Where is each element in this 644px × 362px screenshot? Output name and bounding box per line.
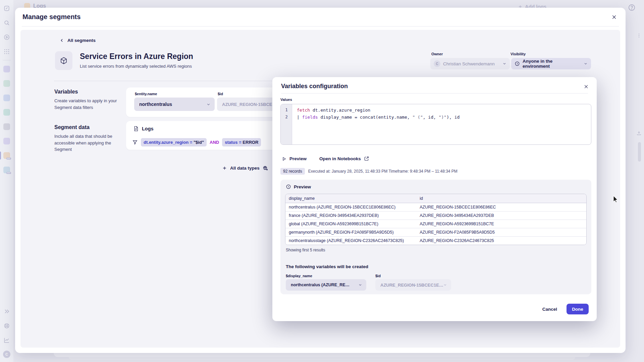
segments-app-icon: NEW xyxy=(3,152,10,159)
owner-select[interactable]: C Christian Schwendemann xyxy=(430,58,510,69)
line-number: 1 xyxy=(281,107,292,114)
code-text: fetch dt.entity.azure_region xyxy=(292,107,370,114)
dialog-close-button[interactable] xyxy=(581,82,591,91)
table-cell: AZURE_REGION-C2326AC24673C825 xyxy=(416,236,586,245)
id-field-disabled[interactable]: AZURE_REGION-15BCEC1 xyxy=(217,98,277,111)
display-name-var-select[interactable]: northcentralus (AZURE_RE… xyxy=(286,279,366,291)
visibility-value: Anyone in the environment xyxy=(523,59,581,69)
table-cell: france (AZURE_REGION-3495434EA2937DEB) xyxy=(285,211,416,220)
dynatrace-logo-icon xyxy=(3,4,11,12)
token: "$id" xyxy=(194,140,204,145)
code-text: | fields display_name = concat(entity.na… xyxy=(292,114,460,121)
dashboards-app-icon xyxy=(3,95,10,101)
owner-avatar: C xyxy=(434,60,440,67)
modal-header: Manage segments xyxy=(15,8,626,26)
table-cell: AZURE_REGION-3495434EA2937DEB xyxy=(416,211,586,220)
open-in-notebooks-button[interactable]: Open in Notebooks xyxy=(319,156,369,161)
usage-icon xyxy=(3,336,11,344)
table-cell: AZURE_REGION-15BCEC1E806E86EC xyxy=(416,203,586,211)
user-avatar: C xyxy=(3,351,10,358)
chevron-left-icon xyxy=(60,38,64,43)
table-row: northcentralus (AZURE_REGION-15BCEC1E806… xyxy=(285,203,586,211)
stacked-sheet-edge xyxy=(69,357,575,360)
created-variables-note: The following variables will be created xyxy=(286,264,368,269)
divider xyxy=(3,60,11,60)
table-cell: germanynorth (AZURE_REGION-F2A085F9B5A9D… xyxy=(285,228,416,236)
preview-table: display_nameid northcentralus (AZURE_REG… xyxy=(285,194,587,245)
filter-funnel-icon xyxy=(132,139,138,145)
scrollbar-thumb xyxy=(638,142,641,162)
new-badge: NEW xyxy=(6,172,11,174)
values-label: Values xyxy=(280,98,292,102)
token: ERROR xyxy=(243,140,258,145)
stacked-sheet-edge xyxy=(54,353,590,357)
filter-operator: AND xyxy=(210,140,219,145)
token: dt.entity.azure_region = xyxy=(144,140,194,145)
editor-actions: Preview Open in Notebooks xyxy=(282,156,369,161)
variables-description: Create variables to apply in your Segmen… xyxy=(54,98,123,111)
chevron-down-icon xyxy=(206,102,211,107)
play-icon xyxy=(282,157,286,161)
screen: Logs Add logs NEWNEWC Manage segments A xyxy=(0,0,644,362)
cancel-button[interactable]: Cancel xyxy=(542,307,557,312)
table-cell: AZURE_REGION-A5923699B151BC7E xyxy=(416,220,586,228)
all-data-types-button[interactable]: All data types xyxy=(222,165,268,171)
segment-tile xyxy=(55,51,72,70)
variables-configuration-dialog: Variables configuration Values 1fetch dt… xyxy=(272,77,597,321)
token: = xyxy=(355,115,357,120)
segment-data-description: Include all data that should be accessib… xyxy=(54,133,127,153)
logs-app-icon xyxy=(3,138,10,144)
expand-rail-icon xyxy=(3,307,11,315)
table-row: northcentralusstage (AZURE_REGION-C2326A… xyxy=(285,236,586,245)
chevron-down-icon xyxy=(502,62,506,66)
filter-chip-entity[interactable]: dt.entity.azure_region = "$id" xyxy=(141,138,207,146)
entity-name-select[interactable]: northcentralus xyxy=(134,98,215,111)
results-footnote: Showing first 5 results xyxy=(286,248,325,252)
smartscape-app-icon xyxy=(3,66,10,72)
chevron-down-icon xyxy=(358,283,362,287)
code-line: 2| fields display_name = concat(entity.n… xyxy=(281,114,591,121)
token: = xyxy=(238,140,243,145)
done-button[interactable]: Done xyxy=(567,304,589,314)
filter-chip-status[interactable]: status = ERROR xyxy=(222,138,261,146)
visibility-select[interactable]: Anyone in the environment xyxy=(511,58,591,69)
infrastructure-app-icon xyxy=(3,123,10,130)
kubernetes-app-icon xyxy=(3,108,11,116)
table-row: germanynorth (AZURE_REGION-F2A085F9B5A9D… xyxy=(285,228,586,236)
column-header: display_name xyxy=(285,194,416,203)
preview-eye-icon xyxy=(286,184,291,189)
cube-icon xyxy=(60,57,68,65)
table-cell: global (AZURE_REGION-A5923699B151BC7E) xyxy=(285,220,416,228)
query-result-meta: 92 records Executed at: January 28, 2025… xyxy=(280,168,458,175)
segments-app-icon: NEW xyxy=(3,152,11,160)
entity-name-label: $entity.name xyxy=(135,92,157,96)
logs-card-header: Logs xyxy=(133,126,154,132)
visibility-label: Visibility xyxy=(511,52,526,56)
help-icon xyxy=(3,322,11,330)
dql-query-editor[interactable]: 1fetch dt.entity.azure_region2| fields d… xyxy=(280,104,591,145)
dashboards-app-icon xyxy=(3,94,11,102)
help-circle-icon xyxy=(628,4,636,11)
table-row: france (AZURE_REGION-3495434EA2937DEB)AZ… xyxy=(285,211,586,220)
modal-close-button[interactable] xyxy=(609,12,619,22)
table-cell: northcentralusstage (AZURE_REGION-C2326A… xyxy=(285,236,416,245)
token: concat(entity.name, xyxy=(357,115,412,120)
segment-data-heading: Segment data xyxy=(54,124,90,130)
segment-name: Service Errors in Azure Region xyxy=(80,52,193,61)
breadcrumb-all-segments[interactable]: All segments xyxy=(60,38,96,43)
close-icon xyxy=(584,84,589,89)
token: " (" xyxy=(412,115,423,120)
token: fields xyxy=(302,115,318,120)
column-header: id xyxy=(416,194,586,203)
table-cell: AZURE_REGION-F2A085F9B5A9D5D5 xyxy=(416,228,586,236)
preview-panel-header: Preview xyxy=(286,184,311,189)
variables-card: $entity.name northcentralus $id AZURE_RE… xyxy=(126,87,277,117)
kubernetes-app-icon xyxy=(3,109,10,116)
dialog-footer: Cancel Done xyxy=(542,304,589,314)
divider xyxy=(281,93,588,94)
preview-run-button[interactable]: Preview xyxy=(282,156,307,161)
clouds-app-icon: NEW xyxy=(3,167,10,173)
id-var-select-disabled[interactable]: AZURE_REGION-15BCEC1E… xyxy=(375,279,451,291)
logs-filter-row: dt.entity.azure_region = "$id" AND statu… xyxy=(132,138,261,146)
plus-icon xyxy=(222,166,227,171)
